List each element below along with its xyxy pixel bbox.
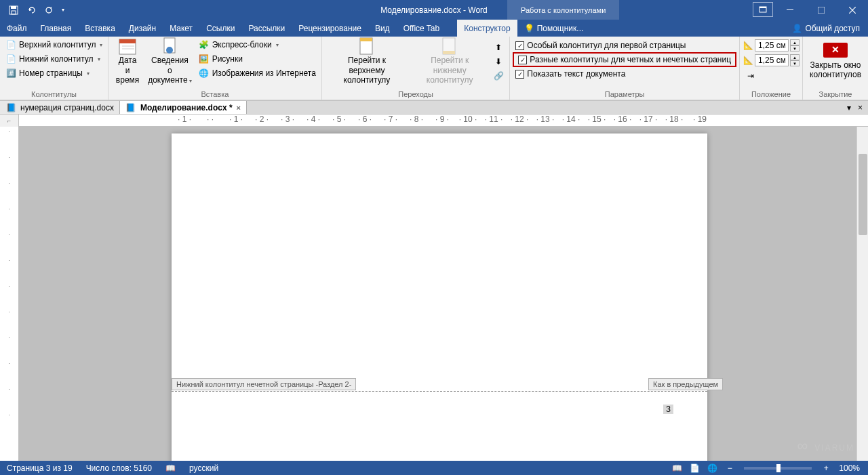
nav-next-button[interactable]: ⬇: [490, 55, 507, 68]
close-tab-icon[interactable]: ×: [237, 104, 241, 112]
zoom-slider[interactable]: [744, 467, 812, 470]
svg-rect-15: [360, 38, 372, 41]
word-doc-icon: 📘: [5, 102, 16, 113]
doc-tab-2-label: Моделирование.docx *: [140, 103, 233, 112]
datetime-label1: Дата и: [115, 56, 140, 75]
header-from-top-spinner[interactable]: 📐 ▲▼: [743, 39, 800, 51]
pagenum-icon: #️⃣: [5, 68, 16, 79]
insert-alignment-tab[interactable]: ⇥: [743, 69, 800, 83]
vertical-ruler[interactable]: ············: [0, 127, 19, 461]
menu-review[interactable]: Рецензирование: [292, 20, 368, 37]
tab-menu-button[interactable]: ▾: [844, 103, 854, 112]
spinner-buttons[interactable]: ▲▼: [790, 39, 800, 51]
quickparts-label: Экспресс-блоки: [212, 40, 272, 49]
status-words[interactable]: Число слов: 5160: [79, 463, 159, 473]
document-area[interactable]: 3 Нижний колонтитул нечетной страницы -Р…: [19, 127, 868, 461]
zoom-out-button[interactable]: −: [722, 462, 737, 474]
docinfo-button[interactable]: Сведения о документе▾: [144, 38, 196, 84]
doc-tab-1[interactable]: 📘 нумерация страниц.docx: [0, 101, 120, 114]
menu-mailings[interactable]: Рассылки: [241, 20, 292, 37]
pagenum-button[interactable]: #️⃣Номер страницы▾: [3, 66, 105, 80]
menu-constructor[interactable]: Конструктор: [457, 20, 517, 37]
close-label1: Закрыть окно: [810, 60, 861, 70]
minimize-button[interactable]: [774, 0, 806, 20]
page[interactable]: 3: [172, 133, 707, 461]
datetime-button[interactable]: Дата и время: [111, 38, 144, 84]
status-language[interactable]: русский: [182, 463, 225, 473]
menu-home[interactable]: Главная: [34, 20, 79, 37]
header-label: Верхний колонтитул: [19, 40, 96, 49]
word-doc-icon: 📘: [125, 102, 136, 113]
window-controls: [774, 0, 868, 20]
status-spellcheck[interactable]: 📖: [159, 463, 182, 473]
svg-point-13: [166, 47, 173, 54]
ruler-corner[interactable]: ⌐: [0, 115, 19, 127]
footer-from-bottom-spinner[interactable]: 📐 ▲▼: [743, 54, 800, 66]
quickparts-button[interactable]: 🧩Экспресс-блоки▾: [196, 38, 319, 51]
scrollbar-thumb[interactable]: [859, 154, 867, 235]
undo-button[interactable]: [23, 3, 39, 18]
different-first-page-checkbox[interactable]: ✓Особый колонтитул для первой страницы: [513, 39, 736, 51]
status-page[interactable]: Страница 3 из 19: [0, 463, 79, 473]
footer-from-bottom-input[interactable]: [755, 54, 789, 66]
svg-rect-2: [12, 11, 16, 14]
maximize-button[interactable]: [806, 0, 837, 20]
chevron-down-icon: ▾: [189, 78, 192, 84]
close-header-footer-button[interactable]: ✕ Закрыть окно колонтитулов: [806, 38, 865, 84]
view-read-mode[interactable]: 📖: [669, 462, 684, 474]
close-button[interactable]: [837, 0, 868, 20]
statusbar: Страница 3 из 19 Число слов: 5160 📖 русс…: [0, 461, 868, 475]
save-button[interactable]: [5, 3, 22, 18]
quick-access-toolbar: ▾: [0, 3, 68, 18]
goto-header-button[interactable]: Перейти к верхнему колонтитулу: [325, 38, 409, 84]
menu-design[interactable]: Дизайн: [122, 20, 163, 37]
ribbon-display-options[interactable]: [753, 2, 773, 17]
checkbox-icon: ✓: [515, 41, 524, 50]
pictures-button[interactable]: 🖼️Рисунки: [196, 52, 319, 66]
qat-customize[interactable]: ▾: [58, 3, 68, 18]
showtext-label: Показать текст документа: [527, 69, 625, 79]
menu-references[interactable]: Ссылки: [199, 20, 241, 37]
checkbox-icon: ✓: [518, 56, 527, 64]
horizontal-ruler[interactable]: · 1 ·· ·· 1 ·· 2 ·· 3 ·· 4 ·· 5 ·· 6 ·· …: [19, 115, 868, 127]
header-from-top-input[interactable]: [755, 39, 789, 51]
menu-file[interactable]: Файл: [0, 20, 34, 37]
spinner-buttons[interactable]: ▲▼: [790, 54, 800, 66]
group-label-close: Закрытие: [806, 89, 865, 100]
tell-me-label: Помощник...: [537, 24, 584, 33]
group-label-position: Положение: [743, 89, 800, 100]
doc-tab-2[interactable]: 📘 Моделирование.docx * ×: [120, 101, 247, 114]
footer-tag-left: Нижний колонтитул нечетной страницы -Раз…: [172, 378, 356, 390]
zoom-level[interactable]: 100%: [836, 463, 863, 473]
close-icon: ✕: [823, 43, 848, 58]
link-prev-button[interactable]: 🔗: [490, 69, 507, 83]
footer-button[interactable]: 📄Нижний колонтитул▾: [3, 52, 105, 66]
header-margin-icon: 📐: [743, 40, 753, 51]
share-button[interactable]: 👤 Общий доступ: [784, 20, 868, 37]
page-number-field[interactable]: 3: [663, 405, 673, 414]
docinfo-label1: Сведения о: [148, 56, 192, 75]
menu-layout[interactable]: Макет: [163, 20, 199, 37]
goto-footer-label2: колонтитулу: [427, 75, 473, 85]
zoom-slider-thumb[interactable]: [776, 464, 781, 472]
odd-even-pages-checkbox[interactable]: ✓Разные колонтитулы для четных и нечетны…: [515, 54, 734, 66]
header-button[interactable]: 📄Верхний колонтитул▾: [3, 38, 105, 51]
view-web-layout[interactable]: 🌐: [705, 462, 719, 474]
menu-view[interactable]: Вид: [368, 20, 397, 37]
footer-boundary-line: [172, 391, 707, 392]
view-print-layout[interactable]: 📄: [687, 462, 702, 474]
watermark: ∞ VIARUM: [797, 437, 854, 455]
menu-officetab[interactable]: Office Tab: [397, 20, 447, 37]
nav-prev-button[interactable]: ⬆: [490, 41, 507, 54]
vertical-scrollbar[interactable]: [856, 127, 868, 461]
zoom-in-button[interactable]: +: [818, 462, 833, 474]
onlinepics-button[interactable]: 🌐Изображения из Интернета: [196, 66, 319, 80]
redo-button[interactable]: [41, 3, 57, 18]
onlinepics-icon: 🌐: [199, 68, 210, 79]
menu-insert[interactable]: Вставка: [78, 20, 122, 37]
header-icon: 📄: [5, 39, 16, 50]
show-document-text-checkbox[interactable]: ✓Показать текст документа: [513, 68, 736, 80]
ribbon: 📄Верхний колонтитул▾ 📄Нижний колонтитул▾…: [0, 37, 868, 100]
tell-me-search[interactable]: 💡 Помощник...: [517, 20, 591, 37]
tab-close-button[interactable]: ×: [855, 103, 865, 112]
